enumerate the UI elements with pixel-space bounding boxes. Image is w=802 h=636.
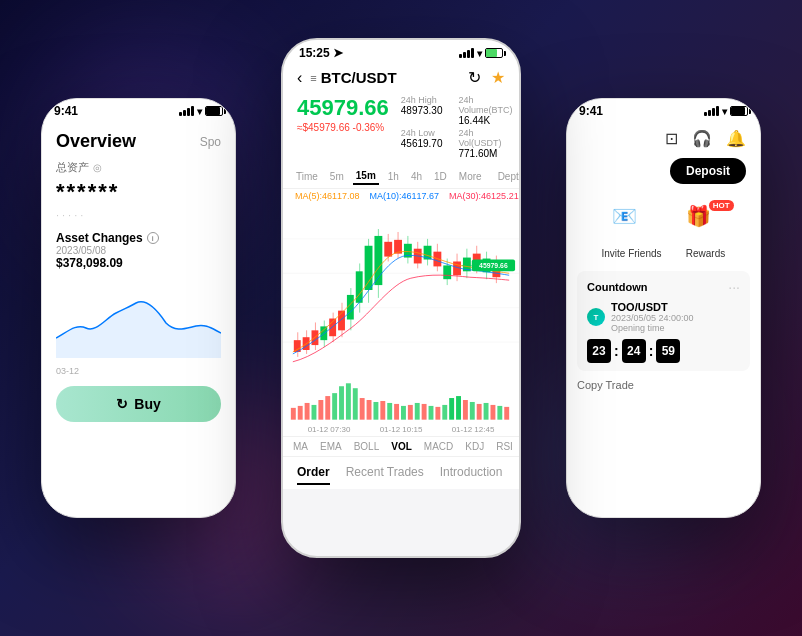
svg-rect-80 (477, 404, 482, 420)
svg-rect-58 (325, 396, 330, 420)
scan-icon[interactable]: ⊡ (665, 129, 678, 148)
price-stats: 24h High 48973.30 24h Volume(BTC) 16.44K… (401, 95, 513, 159)
tab-4h[interactable]: 4h (408, 169, 425, 184)
timer-hours: 23 (587, 339, 611, 363)
svg-rect-69 (401, 406, 406, 420)
center-wifi-icon: ▾ (477, 48, 482, 59)
date-axis: 03-12 (56, 366, 221, 376)
stars-sub: ····· (56, 209, 221, 221)
countdown-section: Countdown ··· T TOO/USDT 2023/05/05 24:0… (577, 271, 750, 371)
tab-1d[interactable]: 1D (431, 169, 450, 184)
trading-pair: ≡ BTC/USDT (310, 69, 460, 86)
asset-chart (56, 278, 221, 358)
order-tabs: Order Recent Trades Introduction (283, 456, 519, 489)
order-tab-intro[interactable]: Introduction (440, 465, 503, 485)
tab-15m[interactable]: 15m (353, 168, 379, 185)
svg-rect-66 (380, 401, 385, 420)
ind-kdj[interactable]: KDJ (465, 441, 484, 452)
right-content: ⊡ 🎧 🔔 Deposit 📧 Invite Friends 🎁 HOT (567, 123, 760, 399)
rewards-action[interactable]: 🎁 HOT Rewards (686, 204, 726, 259)
hot-badge: HOT (709, 200, 734, 211)
time-labels: 01-12 07:30 01-12 10:15 01-12 12:45 (283, 423, 519, 436)
right-phone: 9:41 ▾ ⊡ 🎧 🔔 Deposit (566, 98, 761, 518)
tab-1h[interactable]: 1h (385, 169, 402, 184)
order-tab-order[interactable]: Order (297, 465, 330, 485)
star-icon[interactable]: ★ (491, 68, 505, 87)
info-icon[interactable]: i (147, 232, 159, 244)
center-status-time: 15:25 ➤ (299, 46, 343, 60)
svg-rect-64 (367, 400, 372, 420)
main-price: 45979.66 (297, 95, 389, 121)
svg-rect-75 (442, 405, 447, 420)
svg-rect-26 (384, 242, 392, 257)
ind-macd[interactable]: MACD (424, 441, 453, 452)
svg-rect-78 (463, 400, 468, 420)
spot-tab: Spo (200, 135, 221, 149)
svg-rect-53 (291, 408, 296, 420)
list-icon: ≡ (310, 72, 316, 84)
token-row: T TOO/USDT 2023/05/05 24:00:00 Opening t… (587, 301, 740, 333)
svg-rect-74 (435, 407, 440, 420)
overview-title: Overview (56, 131, 136, 152)
invite-label: Invite Friends (601, 248, 661, 259)
date-label: 2023/05/08 (56, 245, 221, 256)
back-icon[interactable]: ‹ (297, 69, 302, 87)
center-status-bar: 15:25 ➤ ▾ (283, 40, 519, 64)
deposit-container: Deposit (567, 154, 760, 192)
ind-ema[interactable]: EMA (320, 441, 342, 452)
asset-changes-title: Asset Changes i (56, 231, 221, 245)
svg-rect-60 (339, 386, 344, 419)
svg-rect-57 (318, 400, 323, 420)
countdown-label: Countdown (587, 281, 647, 293)
order-tab-recent[interactable]: Recent Trades (346, 465, 424, 485)
right-header: ⊡ 🎧 🔔 (567, 123, 760, 154)
token-name: TOO/USDT (611, 301, 694, 313)
svg-rect-70 (408, 405, 413, 420)
timer-minutes: 24 (622, 339, 646, 363)
invite-friends-action[interactable]: 📧 Invite Friends (601, 204, 661, 259)
copy-trade[interactable]: Copy Trade (567, 371, 760, 399)
left-status-bar: 9:41 ▾ (42, 99, 235, 123)
rewards-icon: 🎁 (686, 205, 711, 227)
time-tabs: Time 5m 15m 1h 4h 1D More Depth ⊙ (283, 165, 519, 189)
ma5-indicator: MA(5):46117.08 (295, 191, 360, 201)
ind-vol[interactable]: VOL (391, 441, 412, 452)
token-icon: T (587, 308, 605, 326)
ind-ma[interactable]: MA (293, 441, 308, 452)
svg-rect-62 (353, 388, 358, 419)
tab-depth[interactable]: Depth (495, 169, 521, 184)
timer-colon-2: : (649, 343, 654, 359)
svg-rect-22 (365, 246, 373, 290)
buy-button[interactable]: ↻ Buy (56, 386, 221, 422)
ind-rsi[interactable]: RSI (496, 441, 513, 452)
right-wifi-icon: ▾ (722, 106, 727, 117)
svg-rect-56 (312, 405, 317, 420)
deposit-button[interactable]: Deposit (670, 158, 746, 184)
svg-rect-79 (470, 402, 475, 420)
svg-rect-65 (373, 402, 378, 420)
tab-more[interactable]: More (456, 169, 485, 184)
svg-text:45979.66: 45979.66 (479, 262, 508, 269)
price-section: 45979.66 ≈$45979.66 -0.36% 24h High 4897… (283, 91, 519, 165)
svg-rect-61 (346, 383, 351, 419)
nav-bar: ‹ ≡ BTC/USDT ↻ ★ (283, 64, 519, 91)
ma30-indicator: MA(30):46125.21 (449, 191, 519, 201)
eye-icon[interactable]: ◎ (93, 162, 102, 173)
countdown-timer: 23 : 24 : 59 (587, 339, 740, 363)
wifi-icon: ▾ (197, 106, 202, 117)
tab-5m[interactable]: 5m (327, 169, 347, 184)
left-phone: 9:41 ▾ Overview Spo 总资产 ◎ ***** (41, 98, 236, 518)
svg-rect-82 (490, 405, 495, 420)
ind-boll[interactable]: BOLL (354, 441, 380, 452)
bell-icon[interactable]: 🔔 (726, 129, 746, 148)
indicator-tabs: MA EMA BOLL VOL MACD KDJ RSI (283, 436, 519, 456)
timer-seconds: 59 (656, 339, 680, 363)
invite-icon-wrap: 📧 (612, 204, 652, 244)
tab-time[interactable]: Time (293, 169, 321, 184)
refresh-icon[interactable]: ↻ (468, 68, 481, 87)
svg-rect-54 (298, 406, 303, 420)
candlestick-chart: 45979.66 (283, 203, 519, 378)
stars-value: ****** (56, 179, 221, 205)
headset-icon[interactable]: 🎧 (692, 129, 712, 148)
svg-rect-63 (360, 398, 365, 420)
